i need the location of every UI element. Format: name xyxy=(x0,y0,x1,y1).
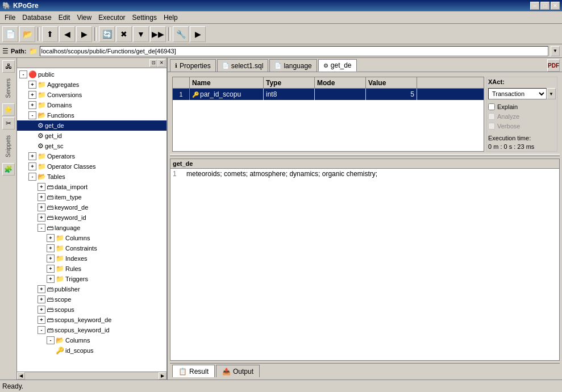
tab-result[interactable]: 📋 Result xyxy=(172,365,215,377)
tree-node-operators[interactable]: + 📁 Operators xyxy=(17,151,166,161)
tree-node-get-de[interactable]: ⚙ get_de xyxy=(17,120,166,131)
tree-restore-btn[interactable]: ⊡ xyxy=(149,59,157,67)
filter2-button[interactable]: ▶▶ xyxy=(150,26,166,42)
tree-expand-scopus[interactable]: + xyxy=(38,306,45,314)
tree-close-btn[interactable]: ✕ xyxy=(157,59,165,67)
tree-node-functions[interactable]: - 📂 Functions xyxy=(17,110,166,120)
tree-node-lang-columns[interactable]: + 📁 Columns xyxy=(17,233,166,243)
tree-expand-functions[interactable]: - xyxy=(28,111,36,119)
tree-expand-scopus-keyword-id[interactable]: - xyxy=(38,326,45,334)
menu-settings[interactable]: Settings xyxy=(129,12,160,23)
tree-expand-keyword-id[interactable]: + xyxy=(38,214,45,222)
tree-node-publisher[interactable]: + 🗃 publisher xyxy=(17,284,166,294)
tree-expand-lang-constraints[interactable]: + xyxy=(47,244,55,252)
menu-database[interactable]: Database xyxy=(19,12,55,23)
tree-node-data-import[interactable]: + 🗃 data_import xyxy=(17,182,166,192)
tree-node-item-type[interactable]: + 🗃 item_type xyxy=(17,192,166,202)
tab-get-de[interactable]: ⚙ get_de xyxy=(318,59,357,72)
tree-node-scopus-keyword-id[interactable]: - 🗃 scopus_keyword_id xyxy=(17,325,166,335)
menu-file[interactable]: File xyxy=(1,12,19,23)
lang-constraints-icon: 📁 xyxy=(56,244,64,252)
tab-select1[interactable]: 📄 select1.sql xyxy=(217,59,269,72)
tree-expand-item-type[interactable]: + xyxy=(38,193,45,201)
tree-node-keyword-de[interactable]: + 🗃 keyword_de xyxy=(17,202,166,212)
tree-expand-scope[interactable]: + xyxy=(38,295,45,303)
tree-expand-operator-classes[interactable]: + xyxy=(28,162,36,170)
tree-node-skid-columns[interactable]: - 📂 Columns xyxy=(17,335,166,345)
hscroll-right[interactable]: ▶ xyxy=(159,372,166,380)
tree-node-tables[interactable]: - 📂 Tables xyxy=(17,172,166,182)
snippet-icon-btn[interactable]: ✂ xyxy=(2,117,15,130)
tree-node-conversions[interactable]: + 📁 Conversions xyxy=(17,90,166,100)
execute-button[interactable]: ▶ xyxy=(190,26,206,42)
tree-node-scopus-keyword-de[interactable]: + 🗃 scopus_keyword_de xyxy=(17,315,166,325)
tab-output[interactable]: 📤 Output xyxy=(216,365,260,377)
up-button[interactable]: ⬆ xyxy=(42,26,58,42)
tree-node-get-sc[interactable]: ⚙ get_sc xyxy=(17,141,166,151)
tree-expand-operators[interactable]: + xyxy=(28,152,36,160)
menu-help[interactable]: Help xyxy=(160,12,181,23)
stop-button[interactable]: ✖ xyxy=(116,26,132,42)
server-icon-btn[interactable]: 🖧 xyxy=(2,60,15,73)
tree-expand-data-import[interactable]: + xyxy=(38,183,45,191)
open-button[interactable]: 📂 xyxy=(19,26,35,42)
filter-button[interactable]: ▼ xyxy=(133,26,149,42)
xact-select[interactable]: Transaction Autocommit xyxy=(488,88,547,99)
minimize-button[interactable]: ─ xyxy=(530,2,539,10)
tree-node-scope[interactable]: + 🗃 scope xyxy=(17,294,166,305)
xact-arrow[interactable]: ▼ xyxy=(547,88,556,99)
menu-executor[interactable]: Executor xyxy=(95,12,128,23)
tree-expand-conversions[interactable]: + xyxy=(28,91,36,99)
analyze-checkbox[interactable] xyxy=(488,113,495,120)
tree-node-aggregates[interactable]: + 📁 Aggregates xyxy=(17,80,166,90)
new-button[interactable]: 📄 xyxy=(2,26,18,42)
maximize-button[interactable]: □ xyxy=(540,2,549,10)
tree-expand-aggregates[interactable]: + xyxy=(28,81,36,89)
tree-expand-lang-columns[interactable]: + xyxy=(47,234,55,242)
tree-node-lang-rules[interactable]: + 📁 Rules xyxy=(17,264,166,274)
tree-expand-lang-rules[interactable]: + xyxy=(47,265,55,273)
tree-node-scopus[interactable]: + 🗃 scopus xyxy=(17,305,166,315)
tree-node-domains[interactable]: + 📁 Domains xyxy=(17,100,166,110)
settings-button[interactable]: 🔧 xyxy=(173,26,189,42)
tree-node-lang-constraints[interactable]: + 📁 Constraints xyxy=(17,243,166,253)
tree-hscroll[interactable]: ◀ ▶ xyxy=(17,372,166,380)
plugin-icon-btn[interactable]: 🧩 xyxy=(2,163,15,176)
tree-expand-language[interactable]: - xyxy=(38,224,45,232)
conversions-label: Conversions xyxy=(47,91,82,98)
tree-node-lang-indexes[interactable]: + 📁 Indexes xyxy=(17,253,166,264)
splitter[interactable] xyxy=(170,154,560,156)
tree-expand-root[interactable]: - xyxy=(19,70,27,78)
tree-expand-keyword-de[interactable]: + xyxy=(38,203,45,211)
grid-row-1[interactable]: 1 🔑 par_id_scopu int8 5 xyxy=(173,89,484,100)
tree-node-keyword-id[interactable]: + 🗃 keyword_id xyxy=(17,212,166,223)
tab-language[interactable]: 📄 language xyxy=(269,59,317,72)
tree-node-id-scopus[interactable]: 🔑 id_scopus xyxy=(17,345,166,356)
tree-expand-publisher[interactable]: + xyxy=(38,285,45,293)
address-input[interactable] xyxy=(40,46,549,56)
tree-expand-scopus-keyword-de[interactable]: + xyxy=(38,316,45,324)
tree-expand-lang-triggers[interactable]: + xyxy=(47,275,55,283)
hscroll-left[interactable]: ◀ xyxy=(17,372,25,380)
verbose-checkbox[interactable] xyxy=(488,123,495,130)
star-icon-btn[interactable]: ⭐ xyxy=(2,103,15,116)
menu-edit[interactable]: Edit xyxy=(55,12,74,23)
refresh-button[interactable]: 🔄 xyxy=(99,26,115,42)
tree-expand-tables[interactable]: - xyxy=(28,173,36,181)
menu-view[interactable]: View xyxy=(73,12,95,23)
tree-expand-domains[interactable]: + xyxy=(28,101,36,109)
tab-properties[interactable]: ℹ Properties xyxy=(170,59,216,72)
pdf-button[interactable]: PDF xyxy=(547,59,560,72)
back-button[interactable]: ◀ xyxy=(59,26,75,42)
tree-node-lang-triggers[interactable]: + 📁 Triggers xyxy=(17,274,166,284)
tree-expand-lang-indexes[interactable]: + xyxy=(47,255,55,262)
explain-checkbox[interactable] xyxy=(488,103,495,110)
close-button[interactable]: ✕ xyxy=(551,2,560,10)
tree-node-root[interactable]: - 🔴 public xyxy=(17,69,166,80)
tree-node-language[interactable]: - 🗃 language xyxy=(17,223,166,233)
address-dropdown[interactable]: ▼ xyxy=(551,46,560,56)
tree-expand-skid-columns[interactable]: - xyxy=(47,336,55,344)
tree-node-get-id[interactable]: ⚙ get_id xyxy=(17,131,166,141)
tree-node-operator-classes[interactable]: + 📁 Operator Classes xyxy=(17,161,166,172)
forward-button[interactable]: ▶ xyxy=(76,26,92,42)
